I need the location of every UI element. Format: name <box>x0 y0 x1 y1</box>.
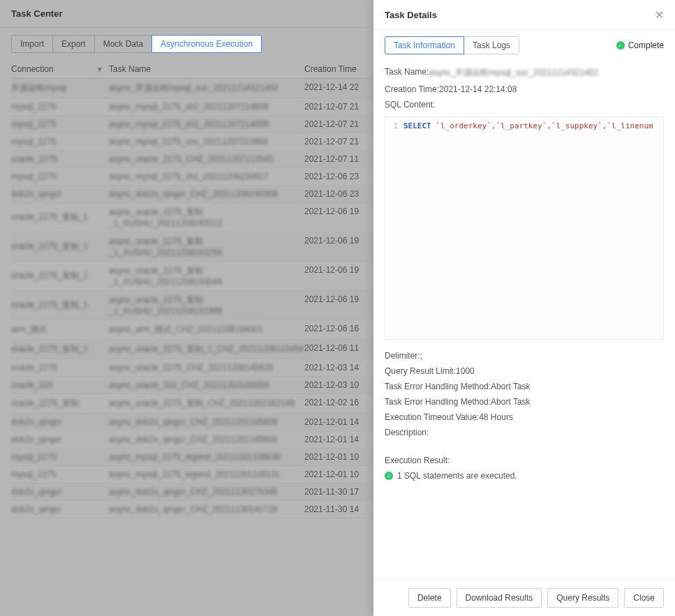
tab-task-information[interactable]: Task Information <box>385 36 464 54</box>
query-result-limit-value: 1000 <box>456 366 475 376</box>
status-badge: ✓ Complete <box>616 40 664 50</box>
error-handling-value-1: Abort Task <box>491 382 530 391</box>
task-name-value: async_开源远程mysql_suc_20211214321452 <box>429 67 598 79</box>
modal-backdrop[interactable] <box>0 0 373 616</box>
creation-time-value: 2021-12-14 22:14:08 <box>439 84 517 94</box>
status-text: Complete <box>628 40 664 50</box>
error-handling-label-2: Task Error Handling Method: <box>385 397 491 407</box>
sql-content-box[interactable]: 1 SELECT `l_orderkey`,`l_partkey`,`l_sup… <box>385 117 664 340</box>
tab-async-execution[interactable]: Asynchronous Execution <box>151 35 262 53</box>
query-result-limit-label: Query Result Limit: <box>385 366 456 376</box>
error-handling-label-1: Task Error Handling Method: <box>385 382 491 391</box>
delimiter-label: Delimiter: <box>385 351 420 361</box>
error-handling-value-2: Abort Task <box>491 397 530 407</box>
sql-line-number: 1 <box>385 121 403 130</box>
query-results-button[interactable]: Query Results <box>547 588 618 608</box>
delimiter-value: ; <box>420 351 422 361</box>
close-icon[interactable]: ✕ <box>655 8 664 22</box>
task-details-panel: Task Details ✕ Task Information Task Log… <box>373 0 675 616</box>
delete-button[interactable]: Delete <box>408 588 451 608</box>
execution-result-text: 1 SQL statements are executed. <box>397 471 517 481</box>
sql-content-label: SQL Content: <box>385 100 435 110</box>
task-name-label: Task Name: <box>385 67 429 79</box>
panel-title: Task Details <box>385 10 437 20</box>
execution-timeout-value: 48 Hours <box>479 412 513 422</box>
check-icon: ✓ <box>616 41 625 50</box>
description-label: Description: <box>385 428 429 437</box>
download-results-button[interactable]: Download Results <box>457 588 542 608</box>
creation-time-label: Creation Time: <box>385 84 439 94</box>
check-icon: ✓ <box>385 472 393 480</box>
close-button[interactable]: Close <box>624 588 664 608</box>
execution-timeout-label: Execution Timeout Value: <box>385 412 479 422</box>
tab-task-logs[interactable]: Task Logs <box>463 36 519 54</box>
sql-text: SELECT `l_orderkey`,`l_partkey`,`l_suppk… <box>403 121 653 130</box>
execution-result-label: Execution Result: <box>385 456 450 465</box>
